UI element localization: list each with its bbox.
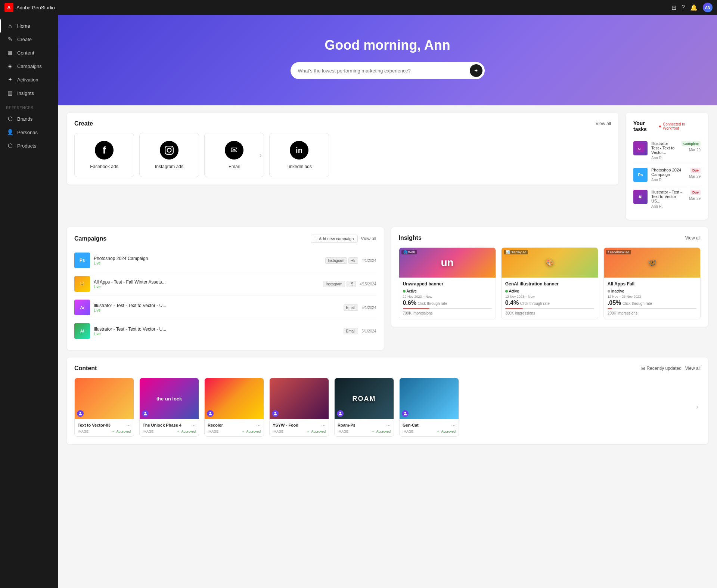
content-icon: ▦ — [7, 49, 13, 56]
campaign-tag-1-0: Instagram — [323, 281, 345, 287]
svg-rect-0 — [165, 146, 173, 154]
insight-card-0[interactable]: un 🌐 Web Unwrapped banner Active 12 Nov … — [399, 247, 496, 319]
campaign-tag-0-1: +5 — [348, 257, 358, 264]
campaign-info-2: Illustrator - Test - Text to Vector - U.… — [94, 303, 340, 312]
content-avatar-0 — [77, 410, 84, 417]
task-badge-1: Due — [690, 168, 701, 173]
add-campaign-button[interactable]: + Add new campaign — [311, 235, 358, 243]
content-avatar-5 — [402, 410, 409, 417]
channel-facebook[interactable]: f Facebook ads — [74, 133, 134, 177]
content-menu-0[interactable]: ··· — [126, 422, 131, 428]
insight-body-2: All Apps Fall Inactive 12 Nov – 23 Nov 2… — [604, 278, 700, 319]
insights-section-header: Insights View all — [399, 235, 701, 241]
create-scroll-right[interactable]: › — [255, 136, 266, 174]
sidebar-item-brands[interactable]: ⬡ Brands — [0, 112, 58, 126]
content-item-4[interactable]: ROAM Roam-Ps ··· IMAGE — [334, 378, 394, 437]
activation-icon: ✦ — [7, 76, 13, 83]
insight-name-0: Unwrapped banner — [403, 281, 492, 287]
content-menu-5[interactable]: ··· — [451, 422, 456, 428]
task-name-1: Photoshop 2024 Campaign — [651, 168, 685, 177]
content-scroll-right[interactable]: › — [694, 404, 701, 411]
campaigns-icon: ◈ — [7, 63, 13, 69]
sidebar-item-products[interactable]: ⬡ Products — [0, 139, 58, 152]
task-item-0: Ai Illustrator - Test - Text to Vector..… — [633, 137, 701, 164]
adobe-logo: A — [4, 3, 13, 12]
content-approved-5: ✓ Approved — [437, 430, 456, 433]
content-menu-3[interactable]: ··· — [321, 422, 326, 428]
svg-point-5 — [80, 412, 81, 414]
sidebar-item-content[interactable]: ▦ Content — [0, 46, 58, 59]
task-name-0: Illustrator - Test - Text to Vector... — [651, 141, 678, 155]
campaign-item-3: Ai Illustrator - Test - Text to Vector -… — [74, 319, 376, 343]
content-body-0: Text to Vector-03 ··· IMAGE ✓ Approved — [75, 419, 134, 436]
svg-text:Ai: Ai — [638, 147, 640, 151]
sidebar-item-insights[interactable]: ▤ Insights — [0, 86, 58, 100]
task-badge-2: Due — [690, 190, 701, 195]
topbar: A Adobe GenStudio ⊞ ? 🔔 AN — [0, 0, 717, 15]
content-name-5: Gen-Cat — [403, 423, 419, 427]
grid-icon[interactable]: ⊞ — [671, 4, 676, 11]
insight-status-label-1: Active — [509, 289, 519, 293]
insight-status-label-2: Inactive — [611, 289, 624, 293]
recently-updated-btn[interactable]: ⊟ Recently updated — [641, 366, 681, 371]
sidebar-item-campaigns[interactable]: ◈ Campaigns — [0, 59, 58, 73]
bell-icon[interactable]: 🔔 — [690, 4, 698, 11]
search-button[interactable]: ✦ — [470, 64, 482, 77]
active-dot-0 — [403, 290, 406, 293]
channel-instagram[interactable]: Instagram ads — [139, 133, 199, 177]
content-item-0[interactable]: Text to Vector-03 ··· IMAGE ✓ Approved — [74, 378, 134, 437]
references-label: REFERENCES — [0, 100, 58, 112]
campaign-status-3: Live — [94, 332, 340, 336]
brands-icon: ⬡ — [7, 115, 13, 122]
insights-title: Insights — [399, 235, 422, 241]
sidebar-item-create[interactable]: ✎ Create — [0, 33, 58, 46]
campaign-name-0: Photoshop 2024 Campaign — [94, 256, 322, 261]
help-icon[interactable]: ? — [682, 4, 685, 11]
content-approved-4: ✓ Approved — [372, 430, 391, 433]
create-view-all[interactable]: View all — [596, 121, 611, 126]
insight-card-1[interactable]: 🎨 📊 Display ad GenAI illustration banner… — [501, 247, 598, 319]
content-menu-1[interactable]: ··· — [191, 422, 196, 428]
content-type-4: IMAGE — [338, 430, 348, 433]
insight-status-label-0: Active — [407, 289, 417, 293]
svg-point-10 — [404, 412, 406, 414]
insight-dates-0: 12 Nov 2023 – Now — [403, 295, 492, 298]
task-meta-0: Complete Mar 29 — [682, 141, 701, 152]
content-menu-4[interactable]: ··· — [386, 422, 391, 428]
content-footer-3: IMAGE ✓ Approved — [273, 430, 326, 433]
channel-linkedin[interactable]: in LinkedIn ads — [269, 133, 329, 177]
content-menu-2[interactable]: ··· — [256, 422, 261, 428]
channel-instagram-label: Instagram ads — [155, 164, 183, 169]
content-item-5[interactable]: Gen-Cat ··· IMAGE ✓ Approved — [399, 378, 459, 437]
content-footer-4: IMAGE ✓ Approved — [338, 430, 391, 433]
campaign-date-1: 4/15/2024 — [360, 282, 376, 286]
add-campaign-label: Add new campaign — [319, 236, 354, 241]
avatar[interactable]: AN — [703, 3, 713, 12]
campaigns-view-all[interactable]: View all — [361, 236, 376, 241]
content-view-all[interactable]: View all — [685, 366, 701, 371]
campaigns-header-btns: + Add new campaign View all — [311, 235, 376, 243]
sidebar-item-personas[interactable]: 👤 Personas — [0, 126, 58, 139]
content-avatar-2 — [207, 410, 214, 417]
check-icon-3: ✓ — [307, 430, 310, 433]
hero-greeting: Good morning, Ann — [65, 37, 710, 53]
content-item-1[interactable]: the un lock The Unlock Phase 4 ··· — [139, 378, 199, 437]
insight-bar-1 — [505, 308, 594, 309]
search-input[interactable] — [298, 68, 470, 74]
campaigns-title: Campaigns — [74, 235, 106, 242]
content-avatar-3 — [272, 410, 279, 417]
content-item-3[interactable]: YSYW - Food ··· IMAGE ✓ Approved — [269, 378, 329, 437]
check-icon-1: ✓ — [177, 430, 180, 433]
svg-point-2 — [171, 148, 172, 148]
sidebar-item-home[interactable]: ⌂ Home — [0, 19, 58, 33]
campaign-thumb-1: 🐱 — [74, 276, 90, 292]
campaign-status-0: Live — [94, 261, 322, 265]
content-item-2[interactable]: Recolor ··· IMAGE ✓ Approved — [204, 378, 264, 437]
insight-card-2[interactable]: 🦋 f Facebook ad All Apps Fall Inactive 1… — [603, 247, 701, 319]
insights-view-all[interactable]: View all — [685, 235, 701, 241]
create-section-header: Create View all — [74, 120, 611, 127]
task-info-0: Illustrator - Test - Text to Vector... A… — [651, 141, 678, 160]
create-channels-wrapper: f Facebook ads Instagram ads ✉ — [74, 133, 611, 177]
app-title: Adobe GenStudio — [16, 5, 55, 10]
sidebar-item-activation[interactable]: ✦ Activation — [0, 73, 58, 86]
